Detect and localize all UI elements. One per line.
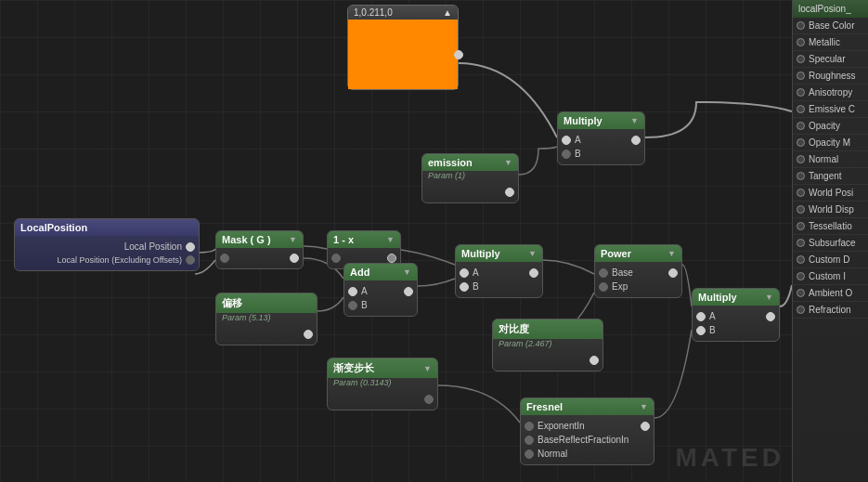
one-minus-chevron: ▼ — [386, 235, 395, 244]
panel-item-label: Roughness — [809, 71, 856, 81]
local-position-output2-row: Local Position (Excluding Offsets) — [15, 254, 199, 267]
pian-node[interactable]: 偏移 Param (5.13) — [215, 293, 317, 345]
local-position-body: Local Position Local Position (Excluding… — [15, 236, 199, 270]
fresnel-chevron: ▼ — [640, 402, 648, 411]
local-position-output1-pin — [186, 242, 195, 252]
color-output-pin — [454, 50, 463, 59]
emission-node[interactable]: emission ▼ Param (1) — [421, 153, 519, 203]
panel-item[interactable]: Metallic — [793, 34, 868, 51]
gradient-header: 渐变步长 ▼ — [328, 358, 437, 378]
multiply1-output-pin — [631, 136, 641, 145]
panel-item-label: Specular — [809, 54, 845, 64]
mask-chevron: ▼ — [289, 235, 297, 244]
multiply1-body: A B — [558, 129, 644, 164]
panel-item[interactable]: World Disp — [793, 202, 868, 218]
multiply3-output-pin — [766, 312, 775, 321]
panel-item-pin — [797, 38, 805, 46]
add-a-pin — [348, 287, 357, 296]
pian-header: 偏移 — [216, 293, 317, 313]
multiply2-body: A B — [456, 262, 542, 297]
multiply2-node[interactable]: Multiply ▼ A B — [455, 244, 543, 298]
power-output-pin — [668, 268, 678, 278]
panel-items-list: Base ColorMetallicSpecularRoughnessAniso… — [793, 18, 868, 319]
add-header: Add ▼ — [344, 264, 417, 280]
fresnel-body: ExponentIn BaseReflectFractionIn Normal — [521, 415, 654, 464]
multiply1-header: Multiply ▼ — [558, 112, 644, 129]
fresnel-node[interactable]: Fresnel ▼ ExponentIn BaseReflectFraction… — [520, 397, 654, 465]
panel-item[interactable]: Roughness — [793, 68, 868, 85]
add-node[interactable]: Add ▼ A B — [343, 263, 418, 317]
multiply2-chevron: ▼ — [528, 249, 537, 258]
multiply1-node[interactable]: Multiply ▼ A B — [557, 111, 645, 165]
mask-input-pin — [220, 254, 229, 263]
panel-item[interactable]: Refraction — [793, 302, 868, 319]
panel-item[interactable]: Opacity M — [793, 135, 868, 151]
multiply3-chevron: ▼ — [765, 293, 773, 302]
duibi-node[interactable]: 对比度 Param (2.467) — [492, 319, 603, 371]
panel-item-label: Subsurface — [809, 238, 856, 248]
gradient-node[interactable]: 渐变步长 ▼ Param (0.3143) — [327, 358, 438, 410]
panel-item-label: Custom D — [809, 254, 849, 265]
panel-item-pin — [797, 138, 805, 147]
gradient-chevron: ▼ — [423, 364, 432, 373]
panel-item[interactable]: Custom D — [793, 252, 868, 268]
power-node[interactable]: Power ▼ Base Exp — [594, 244, 682, 298]
panel-item[interactable]: Tessellatio — [793, 218, 868, 235]
watermark: MATED — [676, 443, 784, 473]
panel-item-label: World Disp — [809, 204, 854, 215]
one-minus-output-pin — [387, 254, 396, 263]
panel-item[interactable]: Tangent — [793, 168, 868, 185]
panel-item[interactable]: Ambient O — [793, 285, 868, 302]
color-value-text: 1,0.211,0 — [354, 7, 393, 18]
panel-item[interactable]: Specular — [793, 51, 868, 68]
power-exp-pin — [599, 282, 608, 292]
power-body: Base Exp — [595, 262, 681, 297]
emission-body — [422, 182, 518, 202]
panel-item-label: Opacity M — [809, 137, 850, 148]
duibi-output-pin — [589, 356, 599, 365]
panel-item-pin — [797, 255, 805, 264]
panel-item-label: Metallic — [809, 37, 840, 47]
panel-item-pin — [797, 155, 805, 163]
panel-item[interactable]: World Posi — [793, 185, 868, 202]
panel-item-pin — [797, 21, 805, 30]
panel-item-pin — [797, 205, 805, 214]
emission-header: emission ▼ — [422, 154, 518, 171]
multiply3-node[interactable]: Multiply ▼ A B — [692, 288, 780, 342]
fresnel-exp-pin — [525, 422, 534, 431]
add-chevron: ▼ — [403, 267, 411, 277]
panel-item-pin — [797, 306, 805, 314]
panel-title: localPosion_ — [793, 0, 868, 18]
mask-node[interactable]: Mask ( G ) ▼ — [215, 230, 304, 269]
mask-body — [216, 248, 303, 268]
panel-item[interactable]: Anisotropy — [793, 85, 868, 101]
pian-param: Param (5.13) — [216, 313, 317, 324]
power-header: Power ▼ — [595, 245, 681, 262]
panel-item[interactable]: Base Color — [793, 18, 868, 34]
panel-item[interactable]: Custom I — [793, 268, 868, 285]
panel-item[interactable]: Emissive C — [793, 101, 868, 118]
material-properties-panel: localPosion_ Base ColorMetallicSpecularR… — [792, 0, 868, 482]
color-node-chevron: ▲ — [443, 7, 452, 18]
color-value-node[interactable]: 1,0.211,0 ▲ — [347, 5, 459, 90]
panel-item-pin — [797, 272, 805, 280]
multiply2-header: Multiply ▼ — [456, 245, 542, 262]
multiply1-a-pin — [562, 136, 571, 145]
mask-output-pin — [290, 254, 299, 263]
panel-item[interactable]: Subsurface — [793, 235, 868, 252]
panel-item[interactable]: Normal — [793, 151, 868, 168]
fresnel-output-pin — [641, 422, 650, 431]
local-position-node[interactable]: LocalPosition Local Position Local Posit… — [14, 218, 200, 271]
panel-item-pin — [797, 55, 805, 63]
multiply1-chevron: ▼ — [630, 116, 639, 125]
panel-item-pin — [797, 222, 805, 230]
fresnel-normal-pin — [525, 449, 534, 459]
panel-item-pin — [797, 72, 805, 80]
panel-item[interactable]: Opacity — [793, 118, 868, 135]
panel-item-label: Base Color — [809, 20, 854, 31]
emission-param: Param (1) — [422, 171, 518, 182]
gradient-param: Param (0.3143) — [328, 378, 437, 389]
panel-item-label: Refraction — [809, 305, 851, 315]
color-node-header: 1,0.211,0 ▲ — [348, 6, 458, 20]
multiply2-output-pin — [529, 268, 538, 278]
